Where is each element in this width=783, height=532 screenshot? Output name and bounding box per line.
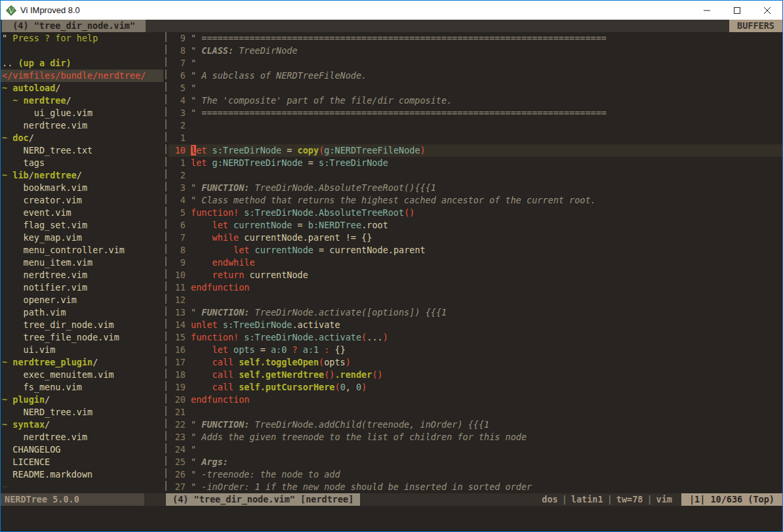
line-number: 14 xyxy=(169,319,186,331)
tree-node[interactable]: ~ nerdtree/ xyxy=(1,94,163,107)
editor-line[interactable]: 4" The 'composite' part of the file/dir … xyxy=(169,94,782,107)
minimize-button[interactable] xyxy=(692,1,722,20)
editor-line[interactable]: 10 return currentNode xyxy=(169,269,782,281)
tree-node[interactable]: fs_menu.vim xyxy=(1,381,163,394)
editor-line[interactable]: 7 while currentNode.parent != {} xyxy=(169,232,782,244)
tree-node[interactable]: ~ doc/ xyxy=(1,132,163,144)
line-number: 4 xyxy=(169,194,186,207)
tree-node[interactable]: ui_glue.vim xyxy=(1,107,163,119)
code-editor[interactable]: 9" =====================================… xyxy=(169,32,782,493)
line-number: 11 xyxy=(169,281,186,294)
tree-node[interactable]: flag_set.vim xyxy=(1,219,163,232)
tree-node[interactable]: menu_controller.vim xyxy=(1,244,163,256)
text-segment: key_map.vim xyxy=(2,232,82,243)
tree-node[interactable]: CHANGELOG xyxy=(1,443,163,456)
tree-node[interactable]: notifier.vim xyxy=(1,281,163,294)
editor-line[interactable]: 20endfunction xyxy=(169,394,782,406)
editor-line[interactable]: 6" A subclass of NERDTreeFileNode. xyxy=(169,70,782,82)
title-bar[interactable]: Vi IMproved 8.0 xyxy=(1,1,782,20)
line-text: " -treenode: the node to add xyxy=(191,468,782,481)
buffer-tab-active[interactable]: (4) "tree_dir_node.vim" xyxy=(2,20,146,32)
tree-node[interactable]: ~ lib/nerdtree/ xyxy=(1,169,163,182)
line-text: let currentNode = b:NERDTree.root xyxy=(191,219,782,232)
editor-line[interactable]: 17 call self.toggleOpen(opts) xyxy=(169,356,782,369)
tree-node[interactable]: nerdtree.vim xyxy=(1,269,163,281)
text-segment: copy xyxy=(298,145,319,155)
editor-line[interactable]: 1let g:NERDTreeDirNode = s:TreeDirNode xyxy=(169,157,782,169)
tree-node[interactable]: README.markdown xyxy=(1,468,163,481)
editor-line[interactable]: 2 xyxy=(169,119,782,132)
tree-node[interactable]: ~ autoload/ xyxy=(1,82,163,94)
line-text: " ======================================… xyxy=(191,107,782,119)
tree-node[interactable]: .. (up a dir) xyxy=(1,57,163,70)
editor-line[interactable]: 4" Class method that returns the highest… xyxy=(169,194,782,207)
editor-line[interactable]: 8 let currentNode = currentNode.parent xyxy=(169,244,782,256)
tree-node[interactable]: ~ xyxy=(1,481,163,493)
editor-line[interactable]: 3" FUNCTION: TreeDirNode.AbsoluteTreeRoo… xyxy=(169,182,782,194)
editor-line[interactable]: 16 let opts = a:0 ? a:1 : {} xyxy=(169,344,782,356)
text-segment: = xyxy=(281,145,297,155)
editor-line[interactable]: 25" Args: xyxy=(169,456,782,468)
editor-line[interactable]: 24" xyxy=(169,443,782,456)
editor-line[interactable]: 2 xyxy=(169,169,782,182)
editor-line[interactable]: 22" FUNCTION: TreeDirNode.addChild(treen… xyxy=(169,419,782,431)
line-number: 5 xyxy=(169,207,186,219)
tree-node[interactable]: path.vim xyxy=(1,306,163,319)
tree-node[interactable]: NERD_tree.txt xyxy=(1,144,163,157)
vertical-split-separator[interactable] xyxy=(163,32,169,493)
text-segment: TreeDirNode.activate([options]) {{{1 xyxy=(249,307,447,317)
text-segment: ~ xyxy=(12,95,23,106)
editor-line[interactable]: 15function! s:TreeDirNode.activate(...) xyxy=(169,331,782,344)
command-line[interactable] xyxy=(1,506,782,531)
editor-line[interactable]: 23" Adds the given treenode to the list … xyxy=(169,431,782,443)
text-segment: flag_set.vim xyxy=(2,220,87,230)
editor-line[interactable]: 21 xyxy=(169,406,782,419)
editor-line[interactable]: 11endfunction xyxy=(169,281,782,294)
line-number: 17 xyxy=(169,356,186,369)
tree-node[interactable]: menu_item.vim xyxy=(1,256,163,269)
tree-node[interactable]: event.vim xyxy=(1,207,163,219)
tree-node[interactable]: nerdtree.vim xyxy=(1,119,163,132)
text-segment: nerdtree.vim xyxy=(2,432,87,442)
tree-node[interactable]: ~ syntax/ xyxy=(1,419,163,431)
tree-node[interactable]: tags xyxy=(1,157,163,169)
tree-node[interactable]: NERD_tree.vim xyxy=(1,406,163,419)
editor-line[interactable]: 3" =====================================… xyxy=(169,107,782,119)
editor-line[interactable]: 5" xyxy=(169,82,782,94)
tree-node[interactable]: bookmark.vim xyxy=(1,182,163,194)
editor-line[interactable]: 5function! s:TreeDirNode.AbsoluteTreeRoo… xyxy=(169,207,782,219)
editor-line[interactable]: 12 xyxy=(169,294,782,306)
tree-node[interactable]: key_map.vim xyxy=(1,232,163,244)
tree-root-path[interactable]: </vimfiles/bundle/nerdtree/ xyxy=(1,70,163,82)
editor-line[interactable]: 14unlet s:TreeDirNode.activate xyxy=(169,319,782,331)
editor-line[interactable]: 9" =====================================… xyxy=(169,32,782,45)
editor-line[interactable]: 6 let currentNode = b:NERDTree.root xyxy=(169,219,782,232)
editor-line[interactable]: 8" CLASS: TreeDirNode xyxy=(169,45,782,57)
tree-node[interactable]: LICENCE xyxy=(1,456,163,468)
nerdtree-sidebar[interactable]: " Press ? for help.. (up a dir)</vimfile… xyxy=(1,32,163,493)
tree-node[interactable]: tree_file_node.vim xyxy=(1,331,163,344)
line-text: call self.getNerdtree().render() xyxy=(191,369,782,381)
maximize-button[interactable] xyxy=(722,1,752,20)
editor-line[interactable]: 1 xyxy=(169,132,782,144)
editor-line[interactable]: 9 endwhile xyxy=(169,256,782,269)
editor-line[interactable]: 18 call self.getNerdtree().render() xyxy=(169,369,782,381)
close-button[interactable] xyxy=(752,1,782,20)
editor-cursor-line[interactable]: 10let s:TreeDirNode = copy(g:NERDTreeFil… xyxy=(169,144,782,157)
editor-line[interactable]: 26" -treenode: the node to add xyxy=(169,468,782,481)
text-segment: exec_menuitem.vim xyxy=(2,369,114,380)
editor-line[interactable]: 7" xyxy=(169,57,782,70)
tree-node[interactable]: creator.vim xyxy=(1,194,163,207)
tree-node[interactable]: tree_dir_node.vim xyxy=(1,319,163,331)
tree-node[interactable]: opener.vim xyxy=(1,294,163,306)
editor-line[interactable]: 19 call self.putCursorHere(0, 0) xyxy=(169,381,782,394)
tree-node[interactable]: ~ nerdtree_plugin/ xyxy=(1,356,163,369)
tree-node[interactable]: nerdtree.vim xyxy=(1,431,163,443)
tree-node[interactable]: ~ plugin/ xyxy=(1,394,163,406)
editor-line[interactable]: 27" -inOrder: 1 if the new node should b… xyxy=(169,481,782,493)
tree-node[interactable]: " Press ? for help xyxy=(1,32,163,45)
tree-node[interactable]: ui.vim xyxy=(1,344,163,356)
editor-line[interactable]: 13" FUNCTION: TreeDirNode.activate([opti… xyxy=(169,306,782,319)
tree-node[interactable]: exec_menuitem.vim xyxy=(1,369,163,381)
text-segment: Press ? for help xyxy=(12,33,98,43)
